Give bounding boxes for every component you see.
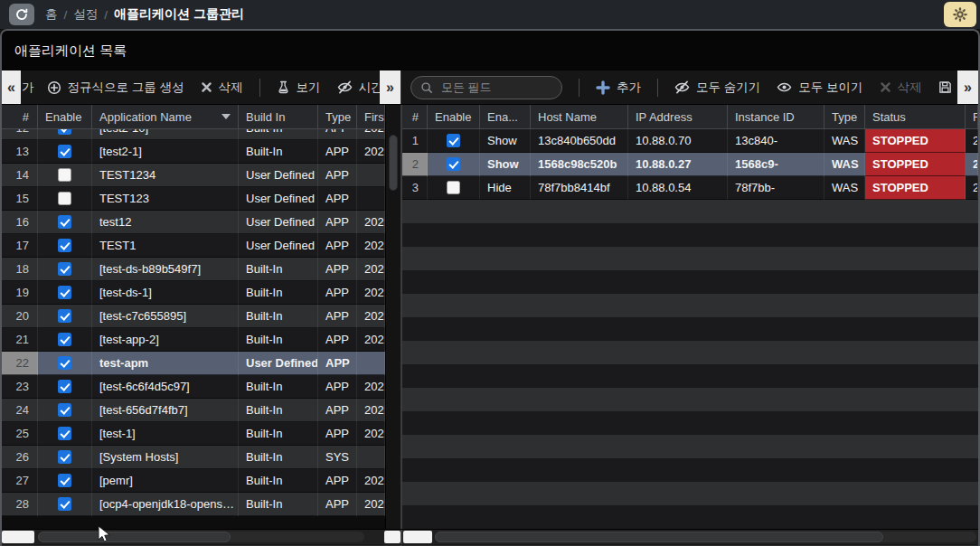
- column-header-6[interactable]: Type: [825, 105, 865, 128]
- breadcrumb-settings[interactable]: 설정: [73, 6, 98, 23]
- enable-checkbox[interactable]: [447, 157, 460, 171]
- application-table-row[interactable]: 13 [test2-1] Built-In APP 202: [2, 140, 385, 164]
- panel-title-bar: 애플리케이션 목록: [2, 31, 978, 71]
- column-header-2[interactable]: Application Name: [92, 105, 239, 128]
- instance-table-row[interactable]: 3 Hide 78f7bb8414bf 10.88.0.54 78f7bb- W…: [402, 176, 978, 200]
- application-name-cell: [test-6c6f4d5c97]: [92, 375, 239, 399]
- view-button[interactable]: 보기: [277, 80, 321, 96]
- application-name-cell: TEST1234: [92, 164, 239, 187]
- enable-checkbox[interactable]: [58, 168, 71, 182]
- application-table-row[interactable]: 15 TEST123 User Defined APP: [2, 187, 385, 211]
- enable-checkbox[interactable]: [447, 181, 460, 194]
- enable-checkbox[interactable]: [58, 286, 71, 299]
- table-row-partial[interactable]: 12 [test2-10] Built-In APP 202: [2, 129, 385, 140]
- enable-checkbox[interactable]: [58, 333, 71, 346]
- application-name-cell: test-apm: [92, 352, 239, 375]
- application-table-row[interactable]: 16 test12 User Defined APP 202: [2, 211, 385, 234]
- toolbar-row: « 가 정규식으로 그룹 생성 삭제: [2, 71, 978, 105]
- column-header-3[interactable]: Build In: [239, 105, 318, 128]
- application-table-row[interactable]: 28 [ocp4-openjdk18-opens… Built-In APP 2…: [2, 493, 385, 516]
- column-header-0[interactable]: #: [402, 105, 428, 128]
- application-table-row[interactable]: 23 [test-6c6f4d5c97] Built-In APP 202: [2, 375, 385, 399]
- scrollbar-button[interactable]: [403, 531, 432, 543]
- row-number: 1: [402, 129, 428, 153]
- application-table-row[interactable]: 22 test-apm User Defined APP: [2, 352, 385, 375]
- build-in-cell: Built-In: [239, 446, 318, 469]
- application-table-row[interactable]: 21 [test-app-2] Built-In APP 202: [2, 328, 385, 352]
- left-toolbar-scroll-left-button[interactable]: «: [2, 71, 21, 104]
- empty-row: [402, 200, 978, 223]
- application-table-row[interactable]: 26 [System Hosts] Built-In SYS: [2, 446, 385, 469]
- enable-checkbox[interactable]: [58, 427, 71, 440]
- enable-checkbox[interactable]: [58, 129, 71, 135]
- delete-instance-button[interactable]: 삭제: [880, 80, 922, 96]
- enable-checkbox[interactable]: [58, 145, 71, 158]
- row-number: 16: [2, 211, 38, 234]
- breadcrumb-home[interactable]: 홈: [45, 6, 58, 23]
- column-header-1[interactable]: Enable: [38, 105, 92, 128]
- application-table-row[interactable]: 14 TEST1234 User Defined APP: [2, 164, 385, 187]
- page-refresh-button[interactable]: [9, 4, 34, 25]
- enable-checkbox[interactable]: [58, 356, 71, 370]
- column-header-5[interactable]: Instance ID: [728, 105, 825, 128]
- application-table-row[interactable]: 27 [pemr] Built-In APP 202: [2, 469, 385, 493]
- right-toolbar-scroll-right-button[interactable]: »: [957, 71, 978, 104]
- column-header-4[interactable]: Type: [318, 105, 357, 128]
- empty-row: [402, 435, 978, 458]
- enable-checkbox[interactable]: [58, 380, 71, 393]
- instance-id-cell: 1568c9-: [728, 153, 825, 176]
- scrollbar-thumb[interactable]: [38, 532, 231, 542]
- delete-group-button[interactable]: 삭제: [201, 80, 243, 96]
- build-in-cell: User Defined: [239, 187, 318, 211]
- add-instance-button[interactable]: 추가: [596, 80, 641, 96]
- instance-table-row[interactable]: 1 Show 13c840b650dd 10.88.0.70 13c840- W…: [402, 129, 978, 153]
- create-regex-group-button[interactable]: 정규식으로 그룹 생성: [47, 80, 184, 96]
- column-header-8[interactable]: Fi: [966, 105, 978, 128]
- column-header-1[interactable]: Enable: [428, 105, 480, 128]
- right-horizontal-scrollbar[interactable]: [400, 530, 978, 544]
- application-table-row[interactable]: 25 [test-1] Built-In APP 202: [2, 422, 385, 446]
- left-toolbar-scroll-right-button[interactable]: »: [380, 71, 400, 104]
- enable-checkbox[interactable]: [58, 239, 71, 252]
- vertical-scrollbar-thumb[interactable]: [389, 135, 398, 191]
- clipped-toolbar-label[interactable]: 가: [22, 80, 34, 96]
- application-name-cell: [pemr]: [92, 469, 239, 493]
- enable-checkbox[interactable]: [447, 134, 460, 147]
- left-table-vertical-scrollbar[interactable]: [385, 105, 400, 529]
- enable-checkbox[interactable]: [58, 497, 71, 511]
- scrollbar-button[interactable]: [2, 531, 34, 543]
- application-table-row[interactable]: 17 TEST1 User Defined APP 202: [2, 234, 385, 258]
- column-header-7[interactable]: Status: [865, 105, 966, 128]
- enable-checkbox[interactable]: [58, 262, 71, 276]
- show-all-button[interactable]: 모두 보이기: [777, 80, 862, 96]
- toolbar-separator: [579, 79, 580, 97]
- enable-checkbox[interactable]: [58, 450, 71, 464]
- enable-checkbox[interactable]: [58, 309, 71, 323]
- enable-checkbox[interactable]: [58, 215, 71, 229]
- settings-gear-button[interactable]: [944, 2, 976, 27]
- enable-checkbox[interactable]: [58, 474, 71, 487]
- column-header-4[interactable]: IP Address: [628, 105, 728, 128]
- enable-checkbox[interactable]: [58, 192, 71, 205]
- scrollbar-thumb[interactable]: [435, 532, 883, 542]
- hide-all-button[interactable]: 모두 숨기기: [674, 80, 760, 96]
- search-icon: [420, 81, 433, 94]
- application-table-row[interactable]: 24 [test-656d7f4fb7] Built-In APP 202: [2, 399, 385, 422]
- left-horizontal-scrollbar[interactable]: [2, 530, 400, 544]
- build-in-cell: User Defined: [239, 164, 318, 187]
- column-header-3[interactable]: Host Name: [531, 105, 628, 128]
- search-input[interactable]: [439, 80, 552, 95]
- instance-table-row[interactable]: 2 Show 1568c98c520b 10.88.0.27 1568c9- W…: [402, 153, 978, 176]
- column-header-5[interactable]: First D: [357, 105, 385, 128]
- application-table-row[interactable]: 18 [test-ds-b89b549f7] Built-In APP 202: [2, 258, 385, 281]
- enable-state-cell: Show: [480, 153, 531, 176]
- first-date-cell: 202: [357, 129, 385, 140]
- enable-checkbox[interactable]: [58, 403, 71, 417]
- application-name-cell: [ocp4-openjdk18-opens…: [92, 493, 239, 516]
- column-header-2[interactable]: Ena...: [480, 105, 531, 128]
- application-table-row[interactable]: 19 [test-ds-1] Built-In APP 202: [2, 281, 385, 305]
- type-cell: APP: [318, 140, 357, 164]
- left-panel-toolbar: « 가 정규식으로 그룹 생성 삭제: [2, 71, 400, 104]
- column-header-0[interactable]: #: [2, 105, 38, 128]
- application-table-row[interactable]: 20 [test-c7c655895] Built-In APP 202: [2, 305, 385, 328]
